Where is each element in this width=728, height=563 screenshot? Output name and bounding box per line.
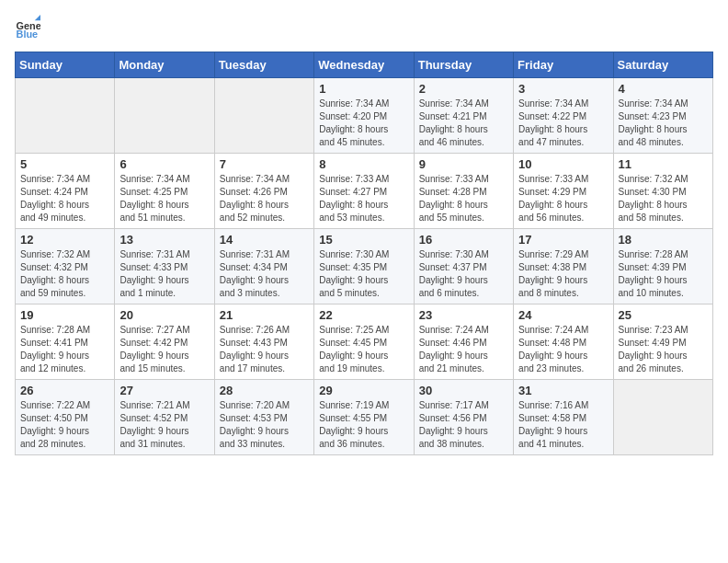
day-info: Sunrise: 7:20 AM Sunset: 4:53 PM Dayligh… — [220, 399, 309, 451]
day-number: 26 — [20, 384, 109, 397]
calendar-cell: 22Sunrise: 7:25 AM Sunset: 4:45 PM Dayli… — [314, 304, 414, 380]
day-info: Sunrise: 7:32 AM Sunset: 4:32 PM Dayligh… — [20, 248, 109, 300]
calendar-cell: 1Sunrise: 7:34 AM Sunset: 4:20 PM Daylig… — [314, 78, 414, 154]
day-number: 12 — [20, 233, 109, 247]
calendar-cell: 2Sunrise: 7:34 AM Sunset: 4:21 PM Daylig… — [414, 78, 513, 154]
day-header-sunday: Sunday — [16, 52, 115, 78]
day-info: Sunrise: 7:30 AM Sunset: 4:37 PM Dayligh… — [419, 248, 508, 300]
day-number: 15 — [319, 233, 408, 247]
day-number: 16 — [419, 233, 508, 247]
day-info: Sunrise: 7:30 AM Sunset: 4:35 PM Dayligh… — [319, 248, 408, 300]
calendar-cell: 17Sunrise: 7:29 AM Sunset: 4:38 PM Dayli… — [514, 229, 613, 304]
calendar-cell: 3Sunrise: 7:34 AM Sunset: 4:22 PM Daylig… — [514, 78, 613, 154]
calendar-cell: 29Sunrise: 7:19 AM Sunset: 4:55 PM Dayli… — [314, 380, 414, 455]
day-info: Sunrise: 7:16 AM Sunset: 4:58 PM Dayligh… — [518, 399, 608, 451]
calendar-cell: 25Sunrise: 7:23 AM Sunset: 4:49 PM Dayli… — [613, 304, 712, 380]
day-number: 30 — [419, 384, 508, 397]
day-info: Sunrise: 7:34 AM Sunset: 4:24 PM Dayligh… — [20, 173, 109, 224]
calendar-cell — [613, 380, 712, 455]
day-number: 27 — [119, 384, 209, 397]
calendar-cell: 6Sunrise: 7:34 AM Sunset: 4:25 PM Daylig… — [115, 154, 214, 229]
day-number: 4 — [619, 82, 708, 96]
day-number: 18 — [619, 233, 708, 247]
day-number: 24 — [518, 308, 608, 322]
day-header-monday: Monday — [115, 52, 214, 78]
day-info: Sunrise: 7:34 AM Sunset: 4:20 PM Dayligh… — [319, 98, 408, 149]
day-number: 21 — [220, 308, 309, 322]
calendar-cell — [115, 78, 214, 154]
calendar-cell: 12Sunrise: 7:32 AM Sunset: 4:32 PM Dayli… — [16, 229, 115, 304]
calendar-cell: 18Sunrise: 7:28 AM Sunset: 4:39 PM Dayli… — [613, 229, 712, 304]
day-info: Sunrise: 7:27 AM Sunset: 4:42 PM Dayligh… — [119, 324, 209, 375]
day-number: 14 — [220, 233, 309, 247]
day-info: Sunrise: 7:23 AM Sunset: 4:49 PM Dayligh… — [619, 324, 708, 375]
day-info: Sunrise: 7:31 AM Sunset: 4:34 PM Dayligh… — [220, 248, 309, 300]
day-header-tuesday: Tuesday — [214, 52, 313, 78]
day-number: 28 — [220, 384, 309, 397]
calendar-cell: 19Sunrise: 7:28 AM Sunset: 4:41 PM Dayli… — [16, 304, 115, 380]
calendar-cell — [214, 78, 313, 154]
logo: General Blue — [15, 15, 44, 40]
calendar-cell: 9Sunrise: 7:33 AM Sunset: 4:28 PM Daylig… — [414, 154, 513, 229]
calendar-cell — [16, 78, 115, 154]
day-info: Sunrise: 7:32 AM Sunset: 4:30 PM Dayligh… — [619, 173, 708, 224]
calendar-cell: 24Sunrise: 7:24 AM Sunset: 4:48 PM Dayli… — [514, 304, 613, 380]
day-number: 3 — [518, 82, 608, 96]
day-info: Sunrise: 7:34 AM Sunset: 4:23 PM Dayligh… — [619, 98, 708, 149]
svg-marker-2 — [35, 15, 40, 20]
day-info: Sunrise: 7:28 AM Sunset: 4:39 PM Dayligh… — [619, 248, 708, 300]
day-number: 29 — [319, 384, 408, 397]
calendar-cell: 7Sunrise: 7:34 AM Sunset: 4:26 PM Daylig… — [214, 154, 313, 229]
day-number: 7 — [220, 157, 309, 171]
calendar-cell: 23Sunrise: 7:24 AM Sunset: 4:46 PM Dayli… — [414, 304, 513, 380]
logo-icon: General Blue — [15, 15, 40, 40]
day-info: Sunrise: 7:22 AM Sunset: 4:50 PM Dayligh… — [20, 399, 109, 451]
day-info: Sunrise: 7:33 AM Sunset: 4:29 PM Dayligh… — [518, 173, 608, 224]
day-info: Sunrise: 7:34 AM Sunset: 4:21 PM Dayligh… — [419, 98, 508, 149]
day-number: 10 — [518, 157, 608, 171]
day-info: Sunrise: 7:24 AM Sunset: 4:48 PM Dayligh… — [518, 324, 608, 375]
calendar-cell: 15Sunrise: 7:30 AM Sunset: 4:35 PM Dayli… — [314, 229, 414, 304]
day-number: 1 — [319, 82, 408, 96]
day-number: 17 — [518, 233, 608, 247]
calendar-cell: 20Sunrise: 7:27 AM Sunset: 4:42 PM Dayli… — [115, 304, 214, 380]
calendar-cell: 28Sunrise: 7:20 AM Sunset: 4:53 PM Dayli… — [214, 380, 313, 455]
calendar-table: SundayMondayTuesdayWednesdayThursdayFrid… — [15, 52, 713, 455]
day-info: Sunrise: 7:34 AM Sunset: 4:26 PM Dayligh… — [220, 173, 309, 224]
calendar-cell: 5Sunrise: 7:34 AM Sunset: 4:24 PM Daylig… — [16, 154, 115, 229]
day-number: 2 — [419, 82, 508, 96]
day-info: Sunrise: 7:33 AM Sunset: 4:27 PM Dayligh… — [319, 173, 408, 224]
day-header-wednesday: Wednesday — [314, 52, 414, 78]
day-info: Sunrise: 7:33 AM Sunset: 4:28 PM Dayligh… — [419, 173, 508, 224]
day-number: 11 — [619, 157, 708, 171]
header: General Blue — [15, 15, 713, 40]
calendar-cell: 4Sunrise: 7:34 AM Sunset: 4:23 PM Daylig… — [613, 78, 712, 154]
calendar-cell: 30Sunrise: 7:17 AM Sunset: 4:56 PM Dayli… — [414, 380, 513, 455]
day-info: Sunrise: 7:19 AM Sunset: 4:55 PM Dayligh… — [319, 399, 408, 451]
day-info: Sunrise: 7:29 AM Sunset: 4:38 PM Dayligh… — [518, 248, 608, 300]
calendar-cell: 13Sunrise: 7:31 AM Sunset: 4:33 PM Dayli… — [115, 229, 214, 304]
calendar-cell: 11Sunrise: 7:32 AM Sunset: 4:30 PM Dayli… — [613, 154, 712, 229]
calendar-cell: 10Sunrise: 7:33 AM Sunset: 4:29 PM Dayli… — [514, 154, 613, 229]
svg-text:Blue: Blue — [17, 29, 39, 40]
day-number: 25 — [619, 308, 708, 322]
day-number: 19 — [20, 308, 109, 322]
day-info: Sunrise: 7:17 AM Sunset: 4:56 PM Dayligh… — [419, 399, 508, 451]
day-info: Sunrise: 7:34 AM Sunset: 4:22 PM Dayligh… — [518, 98, 608, 149]
day-number: 31 — [518, 384, 608, 397]
calendar-cell: 26Sunrise: 7:22 AM Sunset: 4:50 PM Dayli… — [16, 380, 115, 455]
day-number: 9 — [419, 157, 508, 171]
day-number: 6 — [119, 157, 209, 171]
day-number: 20 — [119, 308, 209, 322]
day-info: Sunrise: 7:25 AM Sunset: 4:45 PM Dayligh… — [319, 324, 408, 375]
day-number: 23 — [419, 308, 508, 322]
day-number: 13 — [119, 233, 209, 247]
day-number: 22 — [319, 308, 408, 322]
day-info: Sunrise: 7:31 AM Sunset: 4:33 PM Dayligh… — [119, 248, 209, 300]
day-header-friday: Friday — [514, 52, 613, 78]
day-header-saturday: Saturday — [613, 52, 712, 78]
day-header-thursday: Thursday — [414, 52, 513, 78]
calendar-cell: 8Sunrise: 7:33 AM Sunset: 4:27 PM Daylig… — [314, 154, 414, 229]
day-info: Sunrise: 7:28 AM Sunset: 4:41 PM Dayligh… — [20, 324, 109, 375]
calendar-cell: 14Sunrise: 7:31 AM Sunset: 4:34 PM Dayli… — [214, 229, 313, 304]
